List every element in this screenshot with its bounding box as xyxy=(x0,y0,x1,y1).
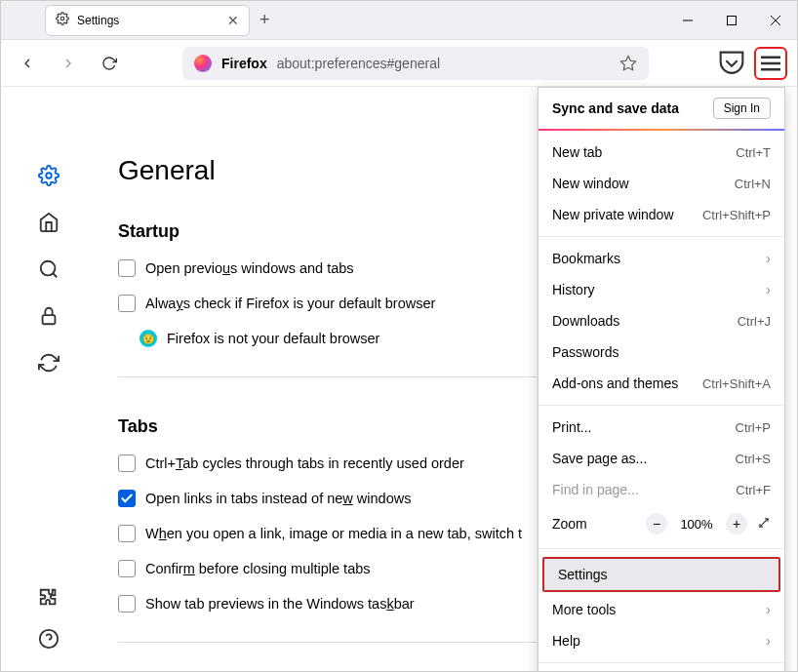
checkbox[interactable] xyxy=(118,455,136,472)
fullscreen-icon[interactable] xyxy=(757,516,771,533)
checkbox[interactable] xyxy=(118,295,136,312)
menu-bookmarks[interactable]: Bookmarks› xyxy=(539,243,784,274)
menu-history[interactable]: History› xyxy=(539,274,784,305)
svg-line-15 xyxy=(760,518,768,526)
shortcut: Ctrl+S xyxy=(736,452,771,466)
svg-rect-12 xyxy=(43,315,56,324)
menu-label: Help xyxy=(552,633,580,649)
sidebar-help-icon[interactable] xyxy=(38,628,61,652)
brand-label: Firefox xyxy=(221,56,267,71)
option-label: Ctrl+Tab cycles through tabs in recently… xyxy=(145,455,464,471)
option-label: Show tab previews in the Windows taskbar xyxy=(145,596,415,612)
app-menu: Sync and save data Sign In New tabCtrl+T… xyxy=(538,87,785,672)
menu-new-tab[interactable]: New tabCtrl+T xyxy=(539,137,784,168)
zoom-label: Zoom xyxy=(552,516,636,532)
option-label: Confirm before closing multiple tabs xyxy=(145,561,371,576)
sidebar-search-icon[interactable] xyxy=(38,258,61,282)
checkbox[interactable] xyxy=(118,595,136,613)
checkbox[interactable] xyxy=(118,525,136,542)
menu-find: Find in page...Ctrl+F xyxy=(539,474,784,505)
pocket-button[interactable] xyxy=(715,47,748,80)
option-label: Always check if Firefox is your default … xyxy=(145,296,435,311)
hamburger-menu-button[interactable] xyxy=(754,47,787,80)
sidebar-sync-icon[interactable] xyxy=(38,352,61,376)
chevron-right-icon: › xyxy=(766,251,771,266)
menu-label: Add-ons and themes xyxy=(552,376,678,391)
checkbox[interactable] xyxy=(118,560,136,577)
shortcut: Ctrl+Shift+P xyxy=(702,208,771,222)
menu-zoom-row: Zoom − 100% + xyxy=(539,505,784,542)
menu-settings[interactable]: Settings xyxy=(542,557,780,592)
menu-save-as[interactable]: Save page as...Ctrl+S xyxy=(539,443,784,474)
sign-in-button[interactable]: Sign In xyxy=(713,98,771,119)
menu-label: Find in page... xyxy=(552,482,639,497)
svg-point-0 xyxy=(60,17,64,20)
menu-label: New tab xyxy=(552,144,602,160)
minimize-button[interactable] xyxy=(665,1,709,40)
svg-line-11 xyxy=(53,273,57,277)
menu-more-tools[interactable]: More tools› xyxy=(539,594,784,625)
sidebar-home-icon[interactable] xyxy=(38,212,61,235)
menu-new-private[interactable]: New private windowCtrl+Shift+P xyxy=(539,199,784,230)
zoom-value: 100% xyxy=(677,517,716,532)
svg-point-9 xyxy=(46,173,52,178)
menu-passwords[interactable]: Passwords xyxy=(539,336,784,368)
zoom-out-button[interactable]: − xyxy=(646,513,667,534)
menu-label: Passwords xyxy=(552,344,618,360)
option-label: When you open a link, image or media in … xyxy=(145,526,522,541)
checkbox[interactable] xyxy=(118,259,136,277)
status-text: Firefox is not your default browser xyxy=(167,331,379,346)
menu-print[interactable]: Print...Ctrl+P xyxy=(539,412,784,443)
window-controls xyxy=(665,1,797,40)
menu-label: New window xyxy=(552,176,629,191)
checkbox-checked[interactable] xyxy=(118,490,136,507)
menu-label: New private window xyxy=(552,207,674,222)
forward-button[interactable] xyxy=(52,47,85,80)
svg-marker-5 xyxy=(621,56,636,69)
menu-new-window[interactable]: New windowCtrl+N xyxy=(539,168,784,199)
menu-downloads[interactable]: DownloadsCtrl+J xyxy=(539,305,784,336)
bookmark-star-icon[interactable] xyxy=(619,55,637,72)
shortcut: Ctrl+N xyxy=(735,177,771,191)
menu-label: More tools xyxy=(552,602,616,617)
toolbar: Firefox about:preferences#general xyxy=(1,40,797,87)
menu-label: Print... xyxy=(552,419,591,435)
sidebar xyxy=(1,87,99,671)
option-label: Open links in tabs instead of new window… xyxy=(145,491,411,506)
menu-label: History xyxy=(552,282,595,297)
menu-label: Bookmarks xyxy=(552,251,620,266)
menu-label: Settings xyxy=(558,567,608,582)
browser-tab[interactable]: Settings ✕ xyxy=(45,5,250,36)
svg-rect-2 xyxy=(727,16,736,24)
back-button[interactable] xyxy=(11,47,44,80)
url-text: about:preferences#general xyxy=(277,56,440,71)
sidebar-extensions-icon[interactable] xyxy=(38,587,61,611)
menu-label: Downloads xyxy=(552,313,619,329)
shortcut: Ctrl+P xyxy=(736,420,771,435)
close-tab-icon[interactable]: ✕ xyxy=(227,13,239,28)
shortcut: Ctrl+F xyxy=(736,483,771,497)
close-window-button[interactable] xyxy=(753,1,797,40)
url-bar[interactable]: Firefox about:preferences#general xyxy=(182,47,649,80)
menu-addons[interactable]: Add-ons and themesCtrl+Shift+A xyxy=(539,368,784,399)
menu-help[interactable]: Help› xyxy=(539,625,784,656)
sync-title: Sync and save data xyxy=(552,100,679,116)
menu-label: Save page as... xyxy=(552,451,647,466)
maximize-button[interactable] xyxy=(709,1,753,40)
reload-button[interactable] xyxy=(93,47,126,80)
info-icon: 😟 xyxy=(140,330,157,347)
sidebar-general-icon[interactable] xyxy=(38,165,61,188)
shortcut: Ctrl+T xyxy=(736,145,771,160)
shortcut: Ctrl+J xyxy=(738,314,771,329)
tab-title: Settings xyxy=(77,14,219,27)
titlebar: Settings ✕ + xyxy=(1,1,797,40)
menu-sync-header: Sync and save data Sign In xyxy=(539,88,784,129)
sidebar-privacy-icon[interactable] xyxy=(38,305,61,329)
new-tab-button[interactable]: + xyxy=(259,10,270,30)
chevron-right-icon: › xyxy=(766,633,771,649)
chevron-right-icon: › xyxy=(766,602,771,617)
zoom-in-button[interactable]: + xyxy=(726,513,747,534)
firefox-logo-icon xyxy=(194,55,212,72)
chevron-right-icon: › xyxy=(766,282,771,297)
svg-point-10 xyxy=(41,261,56,276)
